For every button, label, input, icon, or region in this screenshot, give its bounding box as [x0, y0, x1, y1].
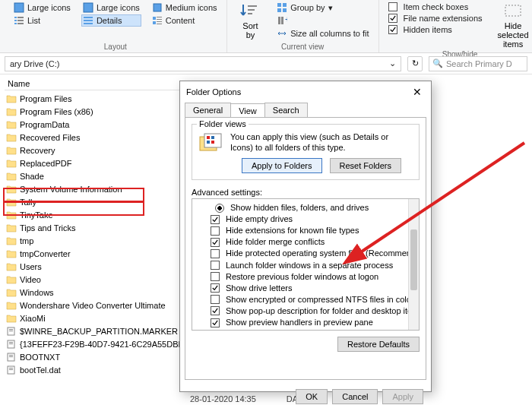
- svg-rect-8: [84, 17, 93, 18]
- svg-rect-16: [157, 21, 162, 22]
- tab-view[interactable]: View: [230, 103, 265, 118]
- list-item[interactable]: ReplacedPDF: [5, 157, 198, 169]
- list-item[interactable]: TinyTake: [5, 208, 198, 221]
- adv-radio[interactable]: Show hidden files, folders, and drives: [194, 202, 417, 214]
- search-input[interactable]: 🔍 Search Primary D: [429, 56, 527, 71]
- view-list[interactable]: List: [12, 14, 72, 27]
- checkbox-icon: [211, 248, 223, 258]
- group-icon: [277, 2, 287, 13]
- adv-label: Restore previous folder windows at logon: [226, 272, 378, 281]
- tab-search[interactable]: Search: [264, 103, 308, 117]
- view-large-icons[interactable]: Large icons: [12, 2, 72, 14]
- restore-defaults-button[interactable]: Restore Defaults: [337, 337, 420, 352]
- list-item[interactable]: Tally: [5, 195, 198, 208]
- advanced-settings-list[interactable]: Show hidden files, folders, and drivesHi…: [192, 198, 420, 331]
- svg-rect-11: [154, 4, 161, 11]
- check-file-extensions[interactable]: File name extensions: [387, 13, 484, 24]
- adv-checkbox[interactable]: Hide folder merge conflicts: [194, 236, 417, 248]
- adv-checkbox[interactable]: Hide empty drives: [194, 214, 417, 225]
- list-item[interactable]: System Volume Information: [5, 182, 198, 195]
- view-details[interactable]: Details: [81, 14, 141, 27]
- file-name: Tips and Tricks: [20, 223, 76, 233]
- view-medium-icons[interactable]: Medium icons: [150, 2, 219, 14]
- sizecols-label: Size all columns to fit: [290, 29, 369, 38]
- file-list: Name Program FilesProgram Files (x86)Pro…: [0, 74, 198, 376]
- list-item[interactable]: tmp: [5, 234, 198, 247]
- size-columns-icon: [277, 28, 287, 39]
- list-item[interactable]: Wondershare Video Converter Ultimate: [5, 299, 198, 312]
- svg-rect-41: [9, 369, 13, 370]
- add-columns-button[interactable]: +: [275, 14, 370, 27]
- adv-checkbox[interactable]: Show pop-up description for folder and d…: [194, 305, 417, 316]
- list-item[interactable]: Windows: [5, 286, 198, 299]
- close-button[interactable]: ✕: [410, 86, 425, 98]
- sort-by-button[interactable]: Sort by: [235, 2, 267, 41]
- svg-rect-47: [211, 141, 214, 144]
- svg-rect-3: [14, 23, 17, 24]
- file-name: $WINRE_BACKUP_PARTITION.MARKER: [20, 327, 178, 336]
- adv-checkbox[interactable]: Show preview handlers in preview pane: [194, 316, 417, 327]
- svg-rect-28: [505, 5, 521, 16]
- refresh-button[interactable]: ↻: [407, 56, 423, 71]
- list-item[interactable]: ProgramData: [5, 118, 198, 131]
- column-header-name[interactable]: Name: [5, 78, 198, 90]
- check-hidden-items[interactable]: Hidden items: [387, 24, 484, 35]
- file-name: Recovery: [20, 146, 55, 155]
- size-columns-button[interactable]: Size all columns to fit: [275, 27, 370, 40]
- list-item[interactable]: Recovered Files: [5, 131, 198, 144]
- view-label: Large icons: [27, 3, 71, 12]
- list-item[interactable]: Tips and Tricks: [5, 221, 198, 234]
- checkbox-icon: [211, 305, 223, 315]
- list-item[interactable]: XiaoMi: [5, 312, 198, 324]
- svg-text:+: +: [285, 15, 287, 24]
- hide-selected-icon: [503, 3, 523, 20]
- view-large-icons-2[interactable]: Large icons: [81, 2, 141, 14]
- list-item[interactable]: Video: [5, 273, 198, 286]
- adv-checkbox[interactable]: Hide extensions for known file types: [194, 225, 417, 236]
- adv-checkbox[interactable]: Show status bar: [194, 328, 417, 331]
- adv-checkbox[interactable]: Restore previous folder windows at logon: [194, 271, 417, 282]
- svg-rect-24: [283, 8, 287, 12]
- file-name: Recovered Files: [20, 133, 80, 142]
- adv-checkbox[interactable]: Hide protected operating system files (R…: [194, 248, 417, 259]
- scrollbar-thumb[interactable]: [410, 229, 417, 290]
- folder-icon: [6, 94, 17, 103]
- adv-checkbox[interactable]: Show encrypted or compressed NTFS files …: [194, 293, 417, 305]
- apply-button[interactable]: Apply: [382, 389, 423, 404]
- list-icon: [14, 15, 24, 26]
- adv-label: Show preview handlers in preview pane: [226, 318, 373, 327]
- list-item[interactable]: Shade: [5, 169, 198, 182]
- list-item[interactable]: bootTel.dat: [5, 363, 198, 376]
- svg-rect-23: [277, 8, 281, 12]
- reset-folders-button[interactable]: Reset Folders: [330, 158, 401, 173]
- adv-checkbox[interactable]: Show drive letters: [194, 282, 417, 293]
- view-label: Large icons: [97, 3, 140, 12]
- list-item[interactable]: BOOTNXT: [5, 350, 198, 363]
- checkbox-icon: [211, 226, 223, 236]
- view-content[interactable]: Content: [150, 14, 219, 27]
- list-item[interactable]: tmpConverter: [5, 247, 198, 260]
- check-item-boxes[interactable]: Item check boxes: [387, 2, 484, 12]
- hide-selected-button[interactable]: Hide selected items: [493, 2, 532, 50]
- view-label: Details: [97, 16, 122, 25]
- ok-button[interactable]: OK: [296, 389, 328, 404]
- list-item[interactable]: $WINRE_BACKUP_PARTITION.MARKER: [5, 324, 198, 337]
- list-item[interactable]: Recovery: [5, 144, 198, 157]
- scrollbar[interactable]: [408, 199, 419, 330]
- chevron-down-icon[interactable]: ⌄: [389, 59, 396, 68]
- hide-sel-label: Hide selected items: [498, 21, 529, 49]
- folder-icon: [6, 236, 17, 245]
- folder-icon: [6, 185, 17, 194]
- large-icons-icon: [83, 2, 93, 13]
- apply-to-folders-button[interactable]: Apply to Folders: [242, 158, 321, 173]
- tab-general[interactable]: General: [185, 103, 231, 117]
- cancel-button[interactable]: Cancel: [332, 389, 378, 404]
- address-path[interactable]: ary Drive (C:) ⌄: [5, 56, 401, 71]
- adv-checkbox[interactable]: Launch folder windows in a separate proc…: [194, 259, 417, 271]
- folder-views-icon: [198, 132, 224, 155]
- group-by-button[interactable]: Group by ▾: [275, 2, 370, 14]
- list-item[interactable]: {13FEFF23-F29B-40D7-9421-6C29A55DBE...: [5, 337, 198, 350]
- list-item[interactable]: Users: [5, 260, 198, 273]
- list-item[interactable]: Program Files: [5, 92, 198, 105]
- list-item[interactable]: Program Files (x86): [5, 105, 198, 118]
